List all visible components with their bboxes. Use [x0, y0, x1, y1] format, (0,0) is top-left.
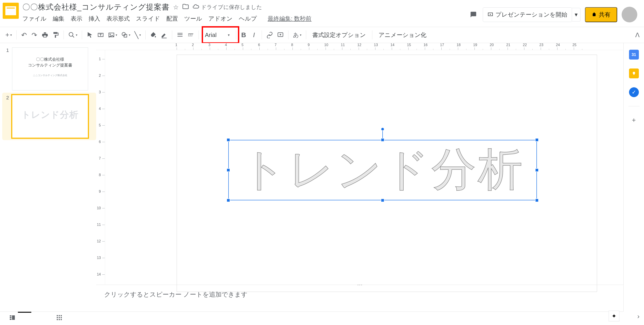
line-tool[interactable]: ╲	[133, 30, 142, 40]
slides-logo[interactable]	[3, 3, 19, 19]
textbox-tool[interactable]	[96, 30, 105, 40]
user-avatar[interactable]	[622, 7, 637, 22]
separator	[236, 31, 236, 39]
editor: 1234567891011121314151617181920212223242…	[96, 43, 624, 311]
body: 1 〇〇株式会社様 コンサルティング提案書 △△コンサルティング株式会社 2 ト…	[0, 43, 644, 311]
bold-button[interactable]: B	[239, 30, 248, 40]
filmstrip-view-button[interactable]	[9, 314, 16, 322]
zoom-button[interactable]	[67, 30, 79, 40]
redo-button[interactable]: ↷	[30, 30, 39, 40]
separator	[145, 31, 146, 39]
notes-placeholder: クリックするとスピーカー ノートを追加できます	[104, 291, 248, 298]
vertical-ruler[interactable]: 1234567891011121314	[96, 50, 105, 285]
add-addon-icon[interactable]: +	[629, 115, 639, 125]
separator	[288, 31, 288, 39]
svg-rect-13	[10, 319, 12, 320]
calendar-icon[interactable]: 31	[629, 50, 639, 60]
link-button[interactable]	[265, 30, 274, 40]
separator	[16, 31, 16, 39]
menu-tools[interactable]: ツール	[184, 15, 202, 23]
animate-button[interactable]: アニメーション化	[376, 31, 430, 39]
comment-button[interactable]	[276, 30, 285, 40]
separator	[64, 31, 64, 39]
border-color-button[interactable]	[160, 30, 169, 40]
svg-rect-19	[59, 317, 60, 318]
last-edit-link[interactable]: 最終編集: 数秒前	[268, 15, 312, 23]
cloud-saved-icon	[192, 3, 199, 11]
menu-help[interactable]: ヘルプ	[239, 15, 257, 23]
slide-canvas-area[interactable]: トレンド分析	[105, 50, 624, 285]
present-button[interactable]: プレゼンテーションを開始	[483, 8, 572, 22]
italic-button[interactable]: I	[250, 30, 258, 40]
svg-rect-15	[57, 315, 58, 316]
show-sidebar-icon[interactable]: ›	[637, 312, 640, 320]
share-button[interactable]: 共有	[585, 7, 617, 22]
wordart-text[interactable]: トレンド分析	[228, 140, 537, 200]
notes-resize-handle[interactable]	[355, 284, 364, 286]
separator	[198, 31, 199, 39]
header: 〇〇株式会社様_コンサルティング提案書 ☆ ドライブに保存しました ファイル 編…	[0, 0, 644, 27]
menu-format[interactable]: 表示形式	[106, 15, 130, 23]
svg-rect-12	[10, 317, 12, 318]
menu-insert[interactable]: 挿入	[88, 15, 100, 23]
toolbar: + ↶ ↷ ╲ Arial ▾ B I	[0, 27, 644, 43]
svg-rect-7	[162, 38, 166, 39]
separator	[372, 31, 372, 39]
collapse-toolbar-icon[interactable]: ᐱ	[635, 31, 640, 39]
wordart-selection[interactable]: トレンド分析	[228, 140, 537, 200]
menu-edit[interactable]: 編集	[53, 15, 64, 23]
image-tool[interactable]	[107, 30, 118, 40]
star-icon[interactable]: ☆	[173, 4, 179, 11]
explore-button[interactable]: ✦	[609, 311, 620, 321]
slide-thumbnail-1[interactable]: 1 〇〇株式会社様 コンサルティング提案書 △△コンサルティング株式会社	[4, 48, 94, 90]
slide-thumbnail-2[interactable]: 2 トレンド分析	[2, 93, 96, 140]
separator	[262, 31, 262, 39]
menu-arrange[interactable]: 配置	[166, 15, 178, 23]
menu-addons[interactable]: アドオン	[208, 15, 232, 23]
grid-view-button[interactable]	[56, 314, 62, 322]
font-family-select[interactable]: Arial ▾	[202, 32, 233, 39]
separator	[82, 31, 82, 39]
svg-point-4	[110, 34, 111, 35]
shape-tool[interactable]	[120, 30, 132, 40]
thumb1-title1: 〇〇株式会社様	[12, 57, 88, 62]
menu-file[interactable]: ファイル	[22, 15, 46, 23]
svg-rect-20	[60, 317, 62, 318]
slide-canvas[interactable]: トレンド分析	[177, 55, 597, 292]
present-label: プレゼンテーションを開始	[496, 11, 567, 19]
svg-rect-18	[57, 317, 58, 318]
svg-text:トレンド分析: トレンド分析	[241, 144, 524, 194]
save-status-text: ドライブに保存しました	[201, 4, 262, 11]
border-weight-button[interactable]	[175, 30, 185, 40]
input-tool-button[interactable]: あ	[292, 30, 303, 40]
format-options-button[interactable]: 書式設定オプション	[309, 31, 369, 39]
paint-format-button[interactable]	[51, 30, 60, 40]
document-title[interactable]: 〇〇株式会社様_コンサルティング提案書	[22, 2, 170, 12]
thumb1-subtitle: △△コンサルティング株式会社	[12, 74, 88, 77]
font-name: Arial	[205, 32, 217, 39]
menu-slide[interactable]: スライド	[136, 15, 160, 23]
share-label: 共有	[599, 11, 610, 19]
border-dash-button[interactable]	[186, 30, 196, 40]
move-folder-icon[interactable]	[182, 3, 189, 12]
print-button[interactable]	[40, 30, 50, 40]
comments-icon[interactable]	[468, 10, 478, 20]
present-dropdown[interactable]: ▾	[572, 8, 580, 22]
keep-icon[interactable]	[629, 69, 639, 78]
speaker-notes[interactable]: クリックするとスピーカー ノートを追加できます	[96, 285, 624, 311]
svg-rect-14	[12, 315, 15, 320]
svg-rect-22	[59, 319, 60, 320]
select-tool[interactable]	[85, 30, 94, 40]
bottom-bar	[0, 311, 624, 325]
fill-color-button[interactable]	[149, 30, 158, 40]
horizontal-ruler[interactable]: 1234567891011121314151617181920212223242…	[96, 43, 624, 50]
undo-button[interactable]: ↶	[20, 30, 28, 40]
svg-point-1	[69, 33, 73, 37]
thumbnail-panel: 1 〇〇株式会社様 コンサルティング提案書 △△コンサルティング株式会社 2 ト…	[0, 43, 96, 311]
new-slide-button[interactable]: +	[4, 30, 13, 40]
svg-rect-11	[10, 315, 12, 316]
tasks-icon[interactable]: ✓	[629, 87, 639, 97]
thumb-number: 2	[4, 95, 9, 101]
menu-view[interactable]: 表示	[71, 15, 82, 23]
rotation-handle[interactable]	[381, 127, 384, 131]
